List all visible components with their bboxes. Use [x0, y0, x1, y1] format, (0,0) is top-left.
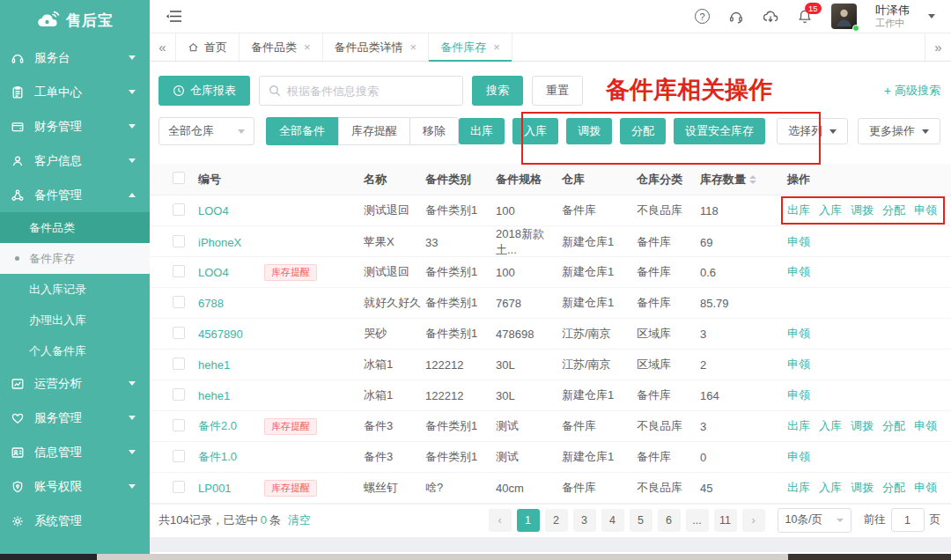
page-number[interactable]: 4 [601, 509, 624, 532]
page-number[interactable]: 6 [658, 509, 681, 532]
row-checkbox[interactable] [173, 296, 185, 308]
sidebar-item[interactable]: 系统管理 [0, 504, 150, 538]
part-id-link[interactable]: 备件1.0 [198, 450, 237, 463]
row-operation-link[interactable]: 申领 [914, 480, 937, 496]
close-icon[interactable]: × [304, 41, 311, 54]
page-size-select[interactable]: 10条/页 [778, 508, 851, 533]
row-operation-link[interactable]: 出库 [787, 418, 810, 434]
row-operation-link[interactable]: 申领 [787, 449, 810, 465]
row-operation-link[interactable]: 申领 [914, 203, 937, 218]
notification-bell-icon[interactable]: 15 [797, 9, 813, 25]
search-button[interactable]: 搜索 [472, 76, 523, 106]
row-checkbox[interactable] [173, 235, 185, 247]
part-id-link[interactable]: 6788 [198, 297, 224, 310]
stock-action-button[interactable]: 出库 [459, 118, 505, 144]
search-input[interactable] [287, 85, 453, 98]
row-checkbox[interactable] [173, 265, 185, 277]
sidebar-item[interactable]: 运营分析 [0, 366, 150, 401]
tab[interactable]: 备件品类 × [240, 33, 323, 61]
page-number[interactable]: 3 [573, 509, 596, 532]
user-menu[interactable]: 叶泽伟 工作中 [875, 4, 910, 30]
part-id-link[interactable]: LOO4 [198, 266, 229, 279]
sidebar-subitem[interactable]: 个人备件库 [0, 335, 150, 366]
warehouse-report-button[interactable]: 仓库报表 [158, 76, 250, 106]
advanced-search-link[interactable]: + 高级搜索 [884, 83, 940, 99]
sidebar-item[interactable]: 财务管理 [0, 109, 150, 144]
warehouse-select[interactable]: 全部仓库 [158, 117, 254, 145]
part-id-link[interactable]: hehe1 [198, 389, 230, 402]
avatar[interactable] [831, 4, 857, 29]
part-id-link[interactable]: LOO4 [198, 204, 229, 217]
sidebar-subitem[interactable]: 备件库存 [0, 243, 150, 274]
stock-action-button[interactable]: 设置安全库存 [674, 118, 765, 144]
view-tab-stock-alert[interactable]: 库存提醒 [338, 117, 410, 145]
sidebar-item[interactable]: 服务台 [0, 41, 150, 75]
sidebar-item[interactable]: 服务管理 [0, 401, 150, 435]
row-operation-link[interactable]: 申领 [787, 264, 810, 280]
sidebar-item[interactable]: 客户信息 [0, 144, 150, 178]
sidebar-item[interactable]: 信息管理 [0, 435, 150, 469]
row-operation-link[interactable]: 入库 [819, 203, 842, 218]
sidebar-item[interactable]: 账号权限 [0, 469, 150, 504]
reset-button[interactable]: 重置 [532, 76, 583, 106]
row-operation-link[interactable]: 分配 [882, 203, 905, 218]
close-icon[interactable]: × [493, 41, 500, 54]
row-operation-link[interactable]: 分配 [882, 480, 905, 496]
row-operation-link[interactable]: 申领 [914, 418, 937, 434]
page-number[interactable]: 1 [517, 509, 540, 532]
goto-page-input[interactable] [891, 508, 925, 532]
row-operation-link[interactable]: 出库 [787, 203, 810, 218]
view-tab-all-parts[interactable]: 全部备件 [266, 117, 338, 145]
row-checkbox[interactable] [173, 357, 185, 370]
part-id-link[interactable]: hehe1 [198, 358, 230, 372]
part-id-link[interactable]: 4567890 [198, 328, 243, 341]
row-operation-link[interactable]: 调拨 [851, 418, 874, 434]
row-operation-link[interactable]: 分配 [882, 418, 905, 434]
close-icon[interactable]: × [410, 41, 417, 54]
sidebar-subitem[interactable]: 备件品类 [0, 212, 150, 243]
row-operation-link[interactable]: 调拨 [851, 203, 874, 218]
stock-action-button[interactable]: 调拨 [566, 118, 612, 144]
row-operation-link[interactable]: 申领 [787, 234, 810, 250]
row-operation-link[interactable]: 申领 [787, 387, 810, 403]
scroll-tabs-left-icon[interactable]: « [150, 33, 176, 61]
sidebar-subitem[interactable]: 出入库记录 [0, 274, 150, 305]
part-id-link[interactable]: iPhoneX [198, 236, 241, 249]
select-all-checkbox[interactable] [173, 172, 185, 184]
stock-action-button[interactable]: 入库 [512, 118, 558, 144]
row-checkbox[interactable] [173, 450, 185, 462]
sidebar-subitem[interactable]: 办理出入库 [0, 305, 150, 335]
row-operation-link[interactable]: 入库 [819, 480, 842, 496]
next-page-icon[interactable]: › [742, 509, 765, 532]
tab[interactable]: 首页 [176, 33, 240, 61]
tab[interactable]: 备件品类详情 × [323, 33, 430, 61]
cloud-download-icon[interactable] [763, 9, 778, 25]
clear-selection-link[interactable]: 清空 [288, 512, 311, 528]
row-checkbox[interactable] [173, 419, 185, 431]
sidebar-item[interactable]: 备件管理 [0, 178, 150, 212]
row-operation-link[interactable]: 调拨 [851, 480, 874, 496]
part-id-link[interactable]: LP001 [198, 482, 232, 495]
page-number[interactable]: 5 [630, 509, 652, 532]
row-checkbox[interactable] [173, 388, 185, 401]
column-select-button[interactable]: 选择列 [777, 118, 848, 144]
part-id-link[interactable]: 备件2.0 [198, 419, 237, 432]
sidebar-item[interactable]: 工单中心 [0, 75, 150, 109]
scroll-tabs-right-icon[interactable]: » [925, 33, 951, 61]
collapse-sidebar-icon[interactable] [166, 10, 182, 23]
chevron-down-icon[interactable] [928, 14, 935, 18]
help-icon[interactable]: ? [695, 9, 710, 24]
row-operation-link[interactable]: 出库 [787, 480, 810, 496]
row-operation-link[interactable]: 申领 [787, 326, 810, 342]
headset-support-icon[interactable] [728, 9, 744, 25]
prev-page-icon[interactable]: ‹ [489, 509, 512, 532]
page-ellipsis[interactable]: ... [686, 509, 709, 532]
view-tab-removed[interactable]: 移除 [409, 117, 459, 145]
row-operation-link[interactable]: 入库 [819, 418, 842, 434]
stock-action-button[interactable]: 分配 [620, 118, 666, 144]
page-number[interactable]: 11 [714, 509, 737, 532]
row-operation-link[interactable]: 申领 [787, 357, 810, 372]
tab[interactable]: 备件库存 × [429, 33, 512, 61]
row-checkbox[interactable] [173, 481, 185, 493]
more-actions-button[interactable]: 更多操作 [858, 118, 940, 144]
